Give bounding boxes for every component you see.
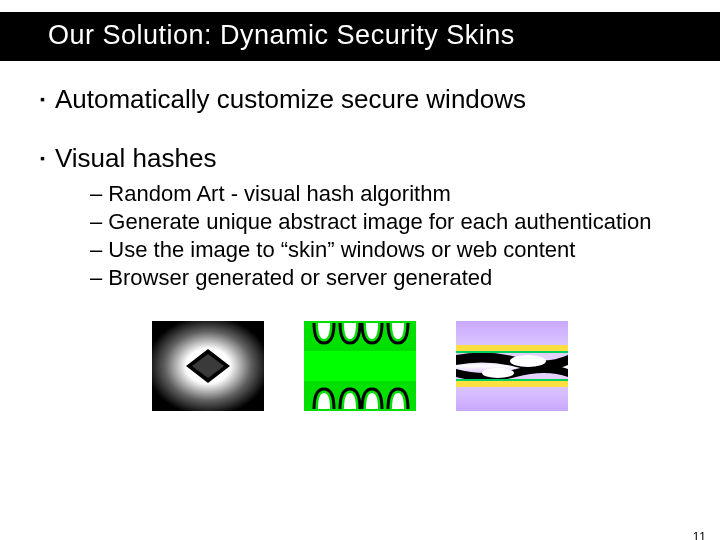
visual-hash-image-3 [456,321,568,411]
image-row [40,321,680,411]
random-art-icon [152,321,264,411]
slide-content: ▪ Automatically customize secure windows… [0,61,720,411]
bullet-text: Visual hashes [55,142,216,175]
visual-hash-image-1 [152,321,264,411]
svg-rect-11 [456,379,568,381]
random-art-icon [456,321,568,411]
sub-bullet-list: – Random Art - visual hash algorithm – G… [90,180,680,293]
svg-rect-10 [456,351,568,353]
page-number: 11 [693,530,706,540]
bullet-marker-icon: ▪ [40,150,45,166]
visual-hash-image-2 [304,321,416,411]
sub-bullet-item: – Use the image to “skin” windows or web… [90,236,680,264]
sub-bullet-item: – Random Art - visual hash algorithm [90,180,680,208]
slide-title: Our Solution: Dynamic Security Skins [0,20,720,51]
svg-point-8 [510,355,546,367]
svg-rect-4 [304,351,416,381]
svg-rect-7 [456,381,568,387]
random-art-icon [304,321,416,411]
bullet-item: ▪ Automatically customize secure windows [40,83,680,116]
svg-point-9 [482,368,514,378]
slide: Our Solution: Dynamic Security Skins ▪ A… [0,12,720,540]
sub-bullet-item: – Browser generated or server generated [90,264,680,292]
bullet-item: ▪ Visual hashes [40,142,680,175]
title-bar: Our Solution: Dynamic Security Skins [0,12,720,61]
bullet-text: Automatically customize secure windows [55,83,526,116]
sub-bullet-item: – Generate unique abstract image for eac… [90,208,680,236]
bullet-marker-icon: ▪ [40,91,45,107]
svg-rect-6 [456,345,568,351]
